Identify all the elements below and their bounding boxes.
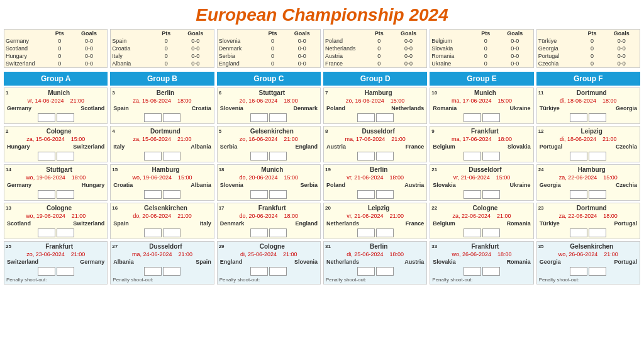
match-teams: Türkiye Georgia [537,104,640,113]
match-card: 3 Berlin za, 15-06-2024 18:00 Spain Croa… [110,87,214,124]
score-a [250,113,268,122]
match-number: 15 [111,167,118,172]
match-datetime: vr, 21-06-2024 15:00 [430,174,533,181]
match-datetime: vr, 14-06-2024 21:00 [4,98,107,104]
team-a: Hungary [7,144,30,150]
match-number: 2 [4,128,11,134]
score-a [464,190,481,199]
match-number: 23 [537,205,544,211]
match-datetime: ma, 17-06-2024 18:00 [430,136,533,143]
score-box [430,113,533,123]
match-venue: Dusseldorf [330,127,426,136]
match-number: 24 [537,167,544,172]
match-teams: Germany Hungary [4,181,107,189]
group-column: Group A 1 Munich vr, 14-06-2024 21:00 Ge… [4,72,108,285]
match-venue: Cologne [11,203,107,213]
match-teams: Slovakia Romania [430,258,533,266]
match-card: 8 Dusseldorf ma, 17-06-2024 21:00 Austri… [323,126,427,162]
match-datetime: zo, 16-06-2024 18:00 [218,98,320,104]
match-number: 11 [537,90,544,96]
group-header: Group F [536,72,640,86]
score-box [218,151,320,162]
team-a: Germany [7,105,31,111]
team-b: Germany [80,259,104,265]
score-b [376,152,394,161]
match-card: 4 Dortmund za, 15-06-2024 21:00 Italy Al… [110,126,214,162]
match-card: 29 Cologne di, 25-06-2024 21:00 England … [217,241,321,285]
team-b: Romania [507,259,531,265]
team-a: Switzerland [7,259,38,265]
score-box [111,113,213,123]
match-card: 31 Berlin di, 25-06-2024 18:00 Netherlan… [323,241,427,285]
match-card: 1 Munich vr, 14-06-2024 21:00 Germany Sc… [4,87,108,124]
team-b: Spain [196,259,211,265]
score-box [324,113,426,123]
score-a [464,267,481,276]
match-datetime: za, 22-06-2024 18:00 [537,213,640,220]
match-datetime: do, 20-06-2024 18:00 [218,213,320,220]
score-a [144,190,162,199]
team-b: France [406,144,425,150]
standings-group: PtsGoalsBelgium00-0Slovakia00-0Romania00… [430,29,533,68]
score-box [111,228,213,239]
match-card: 17 Frankfurt do, 20-06-2024 18:00 Denmar… [217,203,321,239]
match-datetime: za, 22-06-2024 15:00 [537,174,640,181]
group-column: Group C 6 Stuttgart zo, 16-06-2024 18:00… [217,72,321,285]
score-box [218,228,320,239]
team-a: Scotland [7,220,31,227]
match-venue: Dortmund [544,203,640,213]
team-b: Italy [200,220,211,227]
score-b [163,113,180,122]
match-venue: Munich [225,165,320,174]
match-datetime: zo, 16-06-2024 21:00 [218,136,320,143]
score-a [38,190,55,199]
group-header: Group E [430,72,533,86]
match-number: 22 [430,205,437,211]
score-box [218,113,320,123]
match-teams: Slovenia Denmark [218,104,320,113]
team-a: Netherlands [326,259,359,265]
score-b [482,190,500,199]
score-a [357,228,375,237]
team-b: Portugal [614,259,637,265]
team-a: Serbia [220,144,238,150]
match-teams: Poland Netherlands [324,104,426,113]
score-a [250,190,268,199]
match-number: 18 [218,167,225,172]
score-box [537,266,640,277]
match-teams: Türkiye Portugal [537,220,640,228]
team-a: Germany [7,182,31,188]
match-teams: Slovenia Serbia [218,181,320,189]
match-datetime: wo, 19-06-2024 21:00 [4,213,107,220]
score-box [430,189,533,200]
group-header: Group A [4,72,108,86]
score-a [570,152,587,161]
score-b [589,152,606,161]
match-card: 6 Stuttgart zo, 16-06-2024 18:00 Sloveni… [217,87,321,124]
match-card: 2 Cologne za, 15-06-2024 15:00 Hungary S… [4,126,108,162]
match-teams: Serbia England [218,143,320,151]
team-a: Portugal [540,144,563,150]
score-b [57,113,74,122]
team-a: Poland [326,105,345,111]
team-a: England [220,259,243,265]
standings-section: PtsGoalsGermany00-0Scotland00-0Hungary00… [0,29,644,72]
score-a [38,113,55,122]
score-a [357,267,375,276]
match-card: 9 Frankfurt ma, 17-06-2024 18:00 Belgium… [430,126,533,162]
score-b [57,267,74,276]
score-a [144,152,162,161]
score-box [324,228,426,239]
score-b [269,152,287,161]
team-a: Netherlands [326,220,359,227]
team-a: Türkiye [540,105,560,111]
score-b [163,228,180,237]
match-number: 16 [111,205,118,211]
team-b: Austria [404,259,424,265]
team-b: Czechia [616,144,637,150]
score-b [269,190,287,199]
match-venue: Berlin [331,165,426,174]
match-venue: Hamburg [118,165,213,174]
match-venue: Hamburg [544,165,640,174]
match-datetime: ma, 24-06-2024 21:00 [111,251,213,258]
